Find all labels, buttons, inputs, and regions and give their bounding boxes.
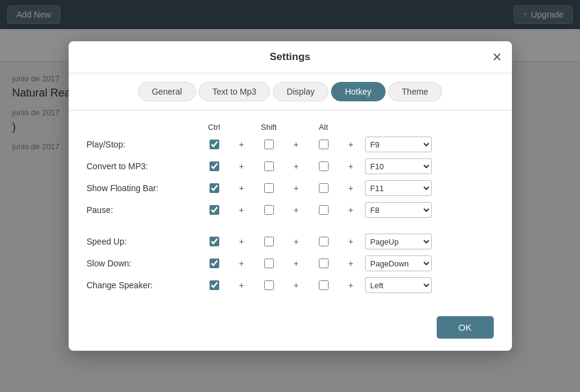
plus-2-play-stop: + [287,140,305,149]
key-select-floating-bar[interactable]: F11F1F2F3F4F5F6F7F8F9F10F12 [365,180,432,196]
ctrl-checkbox-wrap-play-stop [196,140,233,149]
shift-checkbox-speed-up[interactable] [264,237,274,246]
hotkey-label-change-speaker: Change Speaker: [87,280,196,290]
hotkey-divider [87,224,494,234]
tab-text-to-mp3[interactable]: Text to Mp3 [199,82,270,101]
modal-body: Ctrl Shift Alt Play/Stop: + + [69,110,512,314]
hotkey-header-row: Ctrl Shift Alt [196,123,494,137]
shift-checkbox-change-speaker[interactable] [264,280,274,290]
key-select-convert-mp3[interactable]: F10F1F2F3F4F5F6F7F8F9F11F12 [365,158,432,174]
plus-1-play-stop: + [233,140,251,149]
hotkey-row-slow-down: Slow Down: + + + PageDownPageUpLeftRight… [87,255,494,271]
modal-footer: OK [69,314,512,351]
alt-checkbox-floating-bar[interactable] [319,183,329,193]
key-select-pause[interactable]: F8F1F2F3F4F5F6F7F9F10F11F12 [365,202,432,218]
shift-checkbox-floating-bar[interactable] [264,183,274,193]
col-shift: Shift [251,123,287,132]
col-alt: Alt [305,123,342,132]
hotkey-label-play-stop: Play/Stop: [87,140,196,149]
hotkey-controls-convert-mp3: + + + F10F1F2F3F4F5F6F7F8F9F11F12 [196,158,494,174]
modal-header: Settings ✕ [69,41,512,73]
alt-checkbox-slow-down[interactable] [319,259,329,268]
alt-checkbox-speed-up[interactable] [319,237,329,246]
tab-theme[interactable]: Theme [388,82,443,101]
ctrl-checkbox-slow-down[interactable] [210,259,219,268]
hotkey-controls-floating-bar: + + + F11F1F2F3F4F5F6F7F8F9F10F12 [196,180,494,196]
modal-tabs: General Text to Mp3 Display Hotkey Theme [69,73,512,110]
shift-checkbox-pause[interactable] [264,205,274,215]
hotkey-controls-slow-down: + + + PageDownPageUpLeftRightUpDown [196,255,494,271]
hotkey-label-slow-down: Slow Down: [87,259,196,268]
tab-hotkey[interactable]: Hotkey [331,82,386,101]
hotkey-row-convert-mp3: Convert to MP3: + + + F10F1F2F3F4F5F6F7F… [87,158,494,174]
key-select-slow-down[interactable]: PageDownPageUpLeftRightUpDown [365,255,432,271]
ctrl-checkbox-convert-mp3[interactable] [210,161,219,171]
key-select-change-speaker[interactable]: LeftPageUpPageDownRightUpDown [365,277,432,293]
alt-checkbox-change-speaker[interactable] [319,280,329,290]
hotkey-row-speed-up: Speed Up: + + + PageUpPageDownLeftRightU… [87,234,494,249]
key-select-play-stop[interactable]: F9F1F2F3F4F5F6F7F8F10F11F12 [365,137,432,152]
alt-checkbox-play-stop[interactable] [319,140,329,149]
shift-checkbox-wrap-play-stop [251,140,287,149]
ctrl-checkbox-play-stop[interactable] [210,140,219,149]
key-select-speed-up[interactable]: PageUpPageDownLeftRightUpDown [365,234,432,249]
ctrl-checkbox-pause[interactable] [210,205,219,215]
tab-display[interactable]: Display [273,82,329,101]
hotkey-row-floating-bar: Show Floating Bar: + + + F11F1F2F3F4F5F6… [87,180,494,196]
alt-checkbox-pause[interactable] [319,205,329,215]
hotkey-label-convert-mp3: Convert to MP3: [87,161,196,171]
shift-checkbox-convert-mp3[interactable] [264,161,274,171]
hotkey-row-play-stop: Play/Stop: + + + F9F1F2F3F4F5F6F7 [87,137,494,152]
ctrl-checkbox-floating-bar[interactable] [210,183,219,193]
shift-checkbox-slow-down[interactable] [264,259,274,268]
modal-title: Settings [270,51,310,63]
settings-modal: Settings ✕ General Text to Mp3 Display H… [69,41,512,351]
ctrl-checkbox-speed-up[interactable] [210,237,219,246]
shift-checkbox-play-stop[interactable] [264,140,274,149]
ctrl-checkbox-change-speaker[interactable] [210,280,219,290]
col-ctrl: Ctrl [196,123,233,132]
modal-overlay: Settings ✕ General Text to Mp3 Display H… [0,0,580,392]
tab-general[interactable]: General [138,82,196,101]
hotkey-label-floating-bar: Show Floating Bar: [87,183,196,193]
ok-button[interactable]: OK [437,316,494,339]
hotkey-controls-speed-up: + + + PageUpPageDownLeftRightUpDown [196,234,494,249]
alt-checkbox-wrap-play-stop [305,140,342,149]
hotkey-label-speed-up: Speed Up: [87,237,196,246]
hotkey-label-pause: Pause: [87,205,196,215]
alt-checkbox-convert-mp3[interactable] [319,161,329,171]
hotkey-row-pause: Pause: + + + F8F1F2F3F4F5F6F7F9F10F11F12 [87,202,494,218]
hotkey-controls-change-speaker: + + + LeftPageUpPageDownRightUpDown [196,277,494,293]
hotkey-row-change-speaker: Change Speaker: + + + LeftPageUpPageDown… [87,277,494,293]
hotkey-controls-pause: + + + F8F1F2F3F4F5F6F7F9F10F11F12 [196,202,494,218]
modal-close-button[interactable]: ✕ [492,51,502,63]
hotkey-controls-play-stop: + + + F9F1F2F3F4F5F6F7F8F10F11F12 [196,137,494,152]
plus-3-play-stop: + [342,140,360,149]
